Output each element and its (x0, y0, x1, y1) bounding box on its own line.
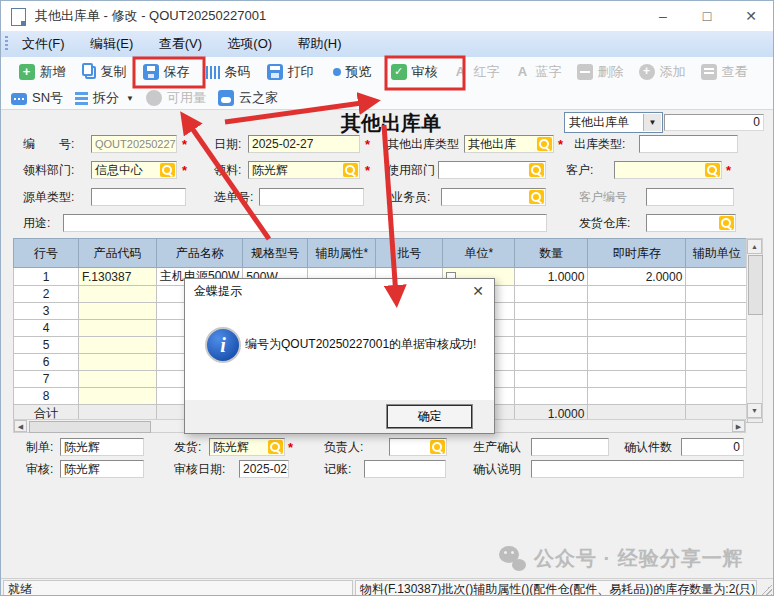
copy-button[interactable]: 复制 (73, 57, 135, 87)
out-type-field[interactable] (639, 135, 738, 153)
vertical-scroll-thumb[interactable] (748, 255, 763, 315)
red-text-button: 红字 (445, 57, 507, 87)
auditor-field[interactable]: 陈光辉 (60, 460, 144, 478)
bookkeep-field[interactable] (364, 460, 446, 478)
lookup-icon[interactable] (719, 216, 734, 230)
warehouse-label: 发货仓库: (579, 215, 630, 232)
resize-grip[interactable] (759, 584, 772, 596)
print-count-field[interactable]: 0 (664, 114, 764, 131)
menu-file[interactable]: 文件(F) (11, 31, 76, 57)
dialog-message: 编号为QOUT20250227001的单据审核成功! (245, 336, 484, 353)
creator-field[interactable]: 陈光辉 (60, 438, 144, 456)
vertical-scrollbar[interactable]: ▲ ▼ (746, 238, 763, 419)
ok-button[interactable]: 确定 (387, 405, 472, 428)
col-product-code[interactable]: 产品代码 (79, 239, 157, 268)
col-batch[interactable]: 批号 (376, 239, 443, 268)
dialog-close-icon[interactable]: ✕ (472, 279, 484, 304)
req-dept-field[interactable]: 信息中心 (91, 161, 177, 179)
audit-button[interactable]: 审核 (383, 57, 445, 87)
salesman-field[interactable] (441, 188, 546, 206)
barcode-button[interactable]: 条码 (197, 57, 259, 87)
sn-icon (11, 93, 27, 105)
new-icon (19, 64, 35, 80)
menu-options[interactable]: 选项(O) (216, 31, 283, 57)
lookup-icon[interactable] (343, 163, 358, 177)
shipper-field[interactable]: 陈光辉 (209, 438, 285, 456)
sel-no-field[interactable] (259, 188, 364, 206)
red-text-icon (453, 64, 469, 80)
available-qty-button: 可用量 (146, 87, 218, 109)
lookup-icon[interactable] (268, 440, 283, 454)
lookup-icon[interactable] (529, 190, 544, 204)
col-stock[interactable]: 即时库存 (588, 239, 686, 268)
watermark: 公众号 · 经验分享一辉 (499, 545, 744, 572)
available-icon (146, 90, 162, 106)
preview-button[interactable]: 预览 (321, 57, 383, 87)
col-line-no[interactable]: 行号 (14, 239, 79, 268)
col-product-name[interactable]: 产品名称 (157, 239, 243, 268)
horizontal-scroll-thumb[interactable] (29, 421, 151, 433)
src-type-field[interactable] (91, 188, 186, 206)
scroll-up-icon[interactable]: ▲ (747, 239, 762, 254)
chevron-down-icon[interactable]: ▼ (643, 114, 661, 131)
src-type-label: 源单类型: (23, 189, 74, 206)
audit-success-dialog: 金蝶提示 ✕ i 编号为QOUT20250227001的单据审核成功! 确定 (184, 278, 495, 434)
col-aux-attr[interactable]: 辅助属性* (308, 239, 376, 268)
maximize-button[interactable]: □ (685, 1, 729, 31)
scroll-left-icon[interactable]: ◀ (14, 420, 27, 432)
prod-confirm-field[interactable] (531, 438, 609, 456)
menu-grip (5, 36, 8, 52)
col-qty[interactable]: 数量 (515, 239, 588, 268)
required-mark: * (365, 136, 370, 153)
lookup-icon[interactable] (705, 163, 720, 177)
col-spec[interactable]: 规格型号 (243, 239, 308, 268)
out-type-label: 出库类型: (574, 136, 625, 153)
split-icon (75, 92, 88, 105)
req-person-label: 领料: (214, 162, 241, 179)
yunzhijia-button[interactable]: 云之家 (218, 87, 290, 109)
confirm-note-field[interactable] (531, 460, 744, 478)
close-button[interactable]: ✕ (729, 1, 773, 31)
lookup-icon[interactable] (537, 137, 552, 151)
customer-no-field[interactable] (646, 188, 734, 206)
preview-icon (333, 68, 341, 76)
col-aux-unit[interactable]: 辅助单位 (686, 239, 748, 268)
audit-icon (391, 64, 407, 80)
lookup-icon[interactable] (529, 163, 544, 177)
split-button[interactable]: 拆分▼ (75, 87, 146, 109)
scroll-down-icon[interactable]: ▼ (747, 403, 762, 418)
scroll-right-icon[interactable]: ▶ (732, 420, 745, 432)
new-button[interactable]: 新增 (11, 57, 73, 87)
print-button[interactable]: 打印 (259, 57, 321, 87)
req-person-field[interactable]: 陈光辉 (248, 161, 360, 179)
barcode-icon (206, 66, 220, 79)
split-dropdown-icon[interactable]: ▼ (126, 94, 134, 103)
menu-view[interactable]: 查看(V) (148, 31, 213, 57)
salesman-label: 业务员: (391, 189, 430, 206)
lookup-icon[interactable] (430, 440, 445, 454)
menu-help[interactable]: 帮助(H) (286, 31, 352, 57)
toolbar: 新增 复制 保存 条码 打印 预览 审核 红字 蓝字 删除 添加 查看 SN号 … (1, 57, 773, 110)
save-button[interactable]: 保存 (135, 57, 197, 87)
purpose-field[interactable] (63, 214, 547, 232)
warehouse-field[interactable] (646, 214, 736, 232)
confirm-count-label: 确认件数 (624, 439, 672, 456)
menu-edit[interactable]: 编辑(E) (79, 31, 144, 57)
minimize-button[interactable]: – (641, 1, 685, 31)
doc-type-select[interactable]: 其他出库单 ▼ (564, 112, 663, 133)
doc-no-field[interactable]: QOUT20250227001 (91, 135, 177, 153)
app-window: 其他出库单 - 修改 - QOUT20250227001 – □ ✕ 文件(F)… (0, 0, 774, 596)
confirm-count-field[interactable]: 0 (681, 438, 744, 456)
other-out-type-label: 其他出库类型 (387, 136, 459, 153)
sn-button[interactable]: SN号 (11, 87, 75, 109)
date-field[interactable]: 2025-02-27 (248, 135, 360, 153)
principal-field[interactable] (389, 438, 447, 456)
audit-date-field[interactable]: 2025-02-27 (239, 460, 289, 478)
use-dept-field[interactable] (438, 161, 546, 179)
customer-field[interactable] (614, 161, 722, 179)
menu-bar: 文件(F) 编辑(E) 查看(V) 选项(O) 帮助(H) (1, 31, 773, 57)
other-out-type-field[interactable]: 其他出库 (464, 135, 554, 153)
col-unit[interactable]: 单位* (443, 239, 515, 268)
lookup-icon[interactable] (160, 163, 175, 177)
required-mark: * (182, 136, 187, 153)
